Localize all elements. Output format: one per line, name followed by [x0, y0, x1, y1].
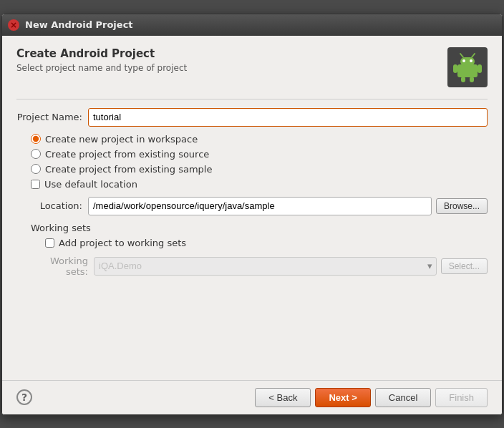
- page-subtitle: Select project name and type of project: [16, 63, 187, 73]
- project-name-input[interactable]: [88, 108, 488, 127]
- add-to-working-sets-row: Add project to working sets: [45, 238, 488, 248]
- working-sets-section: Working sets Add project to working sets…: [31, 223, 488, 277]
- back-button[interactable]: < Back: [255, 388, 311, 407]
- project-name-row: Project Name:: [16, 108, 488, 127]
- cancel-button[interactable]: Cancel: [375, 388, 431, 407]
- use-default-location-row: Use default location: [31, 179, 488, 190]
- empty-space: [16, 283, 488, 369]
- radio-row-sample: Create project from existing sample: [31, 164, 488, 175]
- svg-rect-1: [460, 57, 475, 66]
- add-to-working-sets-checkbox[interactable]: [45, 238, 54, 248]
- radio-existing[interactable]: [31, 149, 41, 159]
- browse-button[interactable]: Browse...: [436, 198, 488, 214]
- next-button[interactable]: Next >: [315, 388, 370, 407]
- location-input[interactable]: [88, 197, 432, 215]
- location-label: Location:: [16, 200, 88, 211]
- button-bar: ? < Back Next > Cancel Finish: [2, 381, 502, 414]
- close-button[interactable]: [8, 19, 19, 31]
- window-title: New Android Project: [25, 19, 133, 30]
- working-sets-select-wrapper: iQA.Demo: [94, 257, 437, 276]
- nav-buttons: < Back Next > Cancel Finish: [255, 388, 488, 407]
- svg-rect-7: [478, 64, 482, 73]
- svg-line-4: [460, 54, 463, 57]
- help-button[interactable]: ?: [16, 389, 32, 405]
- use-default-location-checkbox[interactable]: [31, 180, 40, 189]
- select-button[interactable]: Select...: [441, 258, 488, 274]
- svg-point-2: [462, 59, 465, 62]
- svg-rect-9: [470, 77, 474, 82]
- page-header-text: Create Android Project Select project na…: [16, 47, 187, 73]
- radio-sample-label: Create project from existing sample: [45, 164, 212, 175]
- project-name-label: Project Name:: [16, 112, 88, 122]
- page-header: Create Android Project Select project na…: [16, 47, 488, 87]
- radio-row-new: Create new project in workspace: [31, 134, 488, 145]
- use-default-location-label: Use default location: [44, 179, 137, 190]
- working-sets-title: Working sets: [31, 223, 488, 233]
- android-logo: [447, 47, 488, 87]
- radio-row-existing: Create project from existing source: [31, 149, 488, 160]
- svg-line-5: [472, 54, 475, 57]
- main-window: New Android Project Create Android Proje…: [1, 14, 503, 415]
- add-to-working-sets-label: Add project to working sets: [59, 238, 186, 248]
- svg-rect-8: [461, 77, 465, 82]
- working-sets-select[interactable]: iQA.Demo: [94, 257, 437, 276]
- radio-new-label: Create new project in workspace: [45, 134, 198, 145]
- dialog-content: Create Android Project Select project na…: [2, 36, 502, 380]
- svg-rect-6: [453, 64, 457, 73]
- header-divider: [16, 99, 488, 99]
- radio-group: Create new project in workspace Create p…: [31, 134, 488, 175]
- working-sets-dropdown-label: Working sets:: [31, 256, 94, 277]
- radio-existing-label: Create project from existing source: [45, 149, 209, 160]
- svg-rect-0: [457, 64, 478, 77]
- location-row: Location: Browse...: [16, 197, 488, 215]
- radio-sample[interactable]: [31, 164, 41, 174]
- svg-point-3: [470, 59, 472, 62]
- radio-new[interactable]: [31, 134, 41, 144]
- help-symbol: ?: [21, 391, 27, 403]
- finish-button[interactable]: Finish: [435, 388, 488, 407]
- page-title: Create Android Project: [16, 47, 187, 60]
- titlebar: New Android Project: [2, 14, 502, 36]
- working-sets-dropdown-row: Working sets: iQA.Demo Select...: [31, 256, 488, 277]
- android-icon: [452, 52, 483, 83]
